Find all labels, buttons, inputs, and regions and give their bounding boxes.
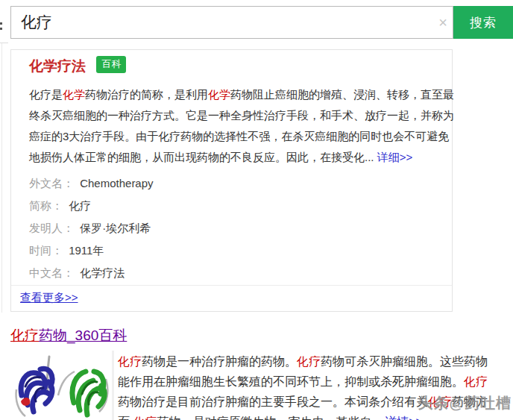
desc-highlight: 化疗: [428, 395, 452, 408]
search-results-page: { "colors": { "accent_green": "#1fad5a",…: [0, 0, 513, 420]
summary-highlight: 化学: [63, 88, 85, 101]
edge-crop-artifact: [1, 43, 2, 313]
desc-text: 药物治疗是目前治疗肿瘤的主要手段之一。本词条介绍有关: [118, 395, 428, 408]
field-value: 化学疗法: [80, 266, 125, 279]
info-field-row: 发明人： 保罗·埃尔利希: [29, 217, 452, 239]
field-value: Chemotherapy: [80, 177, 153, 189]
result-description: 化疗药物是一种治疗肿瘤的药物。化疗药物可杀灭肿瘤细胞。这些药物能作用在肿瘤细胞生…: [118, 351, 492, 420]
clear-search-icon[interactable]: ×: [432, 6, 453, 39]
summary-highlight: 化学: [208, 88, 230, 101]
result-title-highlight[interactable]: 化疗: [10, 327, 39, 343]
baike-summary: 化疗是化学药物治疗的简称，是利用化学药物阻止癌细胞的增殖、浸润、转移，直至最终杀…: [29, 84, 456, 168]
field-value: 保罗·埃尔利希: [80, 222, 151, 234]
desc-text: 药物是一种治疗肿瘤的药物。: [142, 355, 297, 368]
field-label: 中文名：: [29, 266, 74, 279]
baike-info-fields: 外文名： Chemotherapy 简称： 化疗 发明人： 保罗·埃尔利希 时间…: [29, 172, 452, 284]
info-field-row: 时间： 1911年: [29, 239, 452, 262]
baike-card-footer: 查看更多>>: [11, 285, 452, 311]
desc-highlight: 化疗: [297, 355, 321, 368]
info-field-row: 中文名： 化学疗法: [29, 262, 452, 284]
field-value: 化疗: [69, 199, 91, 212]
see-more-link[interactable]: 查看更多>>: [20, 291, 78, 304]
desc-highlight: 化疗: [133, 416, 157, 420]
field-label: 简称：: [29, 199, 63, 212]
field-value: 1911年: [69, 244, 104, 257]
search-input[interactable]: [10, 6, 453, 39]
search-button[interactable]: 搜索: [453, 6, 513, 39]
baike-title-row: 化学疗法 百科: [29, 56, 452, 77]
result-thumbnail[interactable]: [10, 351, 114, 420]
baike-badge: 百科: [96, 56, 126, 73]
edge-crop-artifact: [0, 22, 2, 25]
field-label: 外文名：: [29, 177, 74, 189]
baike-title-link[interactable]: 化学疗法: [29, 58, 86, 74]
field-label: 发明人：: [29, 222, 74, 234]
detail-more-link[interactable]: 详情>>: [385, 416, 423, 420]
field-label: 时间：: [29, 244, 63, 257]
protein-structures-image: [10, 351, 114, 420]
summary-text: 化疗是: [29, 88, 63, 101]
desc-highlight: 化疗: [464, 375, 488, 388]
edge-crop-artifact: [0, 28, 2, 30]
result-title-link[interactable]: 化疗药物_360百科: [10, 326, 127, 345]
summary-text: 药物治疗的简称，是利用: [85, 88, 208, 101]
detail-more-link[interactable]: 详细>>: [377, 151, 413, 163]
desc-highlight: 化疗: [118, 355, 142, 368]
info-field-row: 简称： 化疗: [29, 195, 452, 217]
result-title-rest[interactable]: 药物_360百科: [39, 327, 127, 343]
info-field-row: 外文名： Chemotherapy: [29, 172, 452, 195]
desc-text: 药物，是对病原微生物、寄生虫、某些自...: [157, 416, 385, 420]
baike-card: 化学疗法 百科 化疗是化学药物治疗的简称，是利用化学药物阻止癌细胞的增殖、浸润、…: [10, 49, 453, 312]
